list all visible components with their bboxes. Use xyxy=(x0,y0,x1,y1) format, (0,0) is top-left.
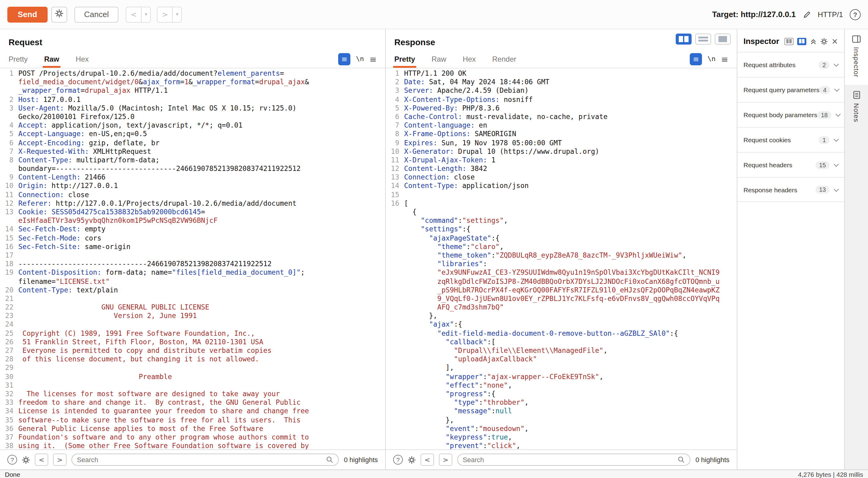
response-show-newlines-button[interactable]: \n xyxy=(708,55,716,63)
code-line: "uploadAjaxCallback" xyxy=(386,355,737,364)
layout-rows-button[interactable] xyxy=(695,34,711,44)
inspector-section-request-body-parameters[interactable]: Request body parameters18 xyxy=(737,102,844,127)
line-number: 8 xyxy=(386,130,404,139)
cancel-button[interactable]: Cancel xyxy=(74,6,119,22)
response-viewer[interactable]: 1HTTP/1.1 200 OK2Date: Sat, 04 May 2024 … xyxy=(386,68,737,449)
response-search-next-button[interactable]: > xyxy=(439,454,452,466)
request-editor[interactable]: 1POST /Projects/drupal-10.2.6/media/add/… xyxy=(0,68,385,449)
chevron-down-icon xyxy=(835,112,840,117)
response-prettify-button[interactable]: ≡ xyxy=(690,53,702,65)
main-area: Request PrettyRawHex ≡ \n ≡ 1POST /Proje… xyxy=(0,29,868,470)
code-line: 4X-Content-Type-Options: nosniff xyxy=(386,95,737,104)
line-number: 10 xyxy=(386,147,404,156)
request-tab-pretty[interactable]: Pretty xyxy=(8,50,28,68)
forward-dropdown-caret-icon[interactable]: ▾ xyxy=(173,6,182,22)
line-number: 3 xyxy=(0,104,18,113)
inspector-section-label: Response headers xyxy=(743,186,797,193)
code-line: 38using it. (Some other Free Software Fo… xyxy=(0,442,385,449)
http-version-selector[interactable]: HTTP/1 xyxy=(818,10,843,19)
layout-columns-button[interactable] xyxy=(676,34,691,44)
request-highlights-count: 0 highlights xyxy=(344,456,378,464)
code-line: 2Date: Sat, 04 May 2024 18:44:06 GMT xyxy=(386,78,737,87)
inspector-section-request-headers[interactable]: Request headers15 xyxy=(737,152,844,177)
line-number: 31 xyxy=(0,382,18,390)
help-icon[interactable]: ? xyxy=(850,9,861,20)
code-line: 32 The licenses for most software are de… xyxy=(0,390,385,399)
inspector-settings-gear-icon[interactable] xyxy=(820,37,828,45)
response-editor-menu-icon[interactable]: ≡ xyxy=(721,54,728,64)
request-tab-raw[interactable]: Raw xyxy=(44,50,59,68)
line-number: 34 xyxy=(0,408,18,416)
sidebar-tab-inspector[interactable]: Inspector xyxy=(845,29,868,85)
line-number xyxy=(0,78,18,87)
response-search-settings-gear-icon[interactable] xyxy=(408,456,416,464)
response-search-help-icon[interactable]: ? xyxy=(393,455,403,465)
inspector-section-response-headers[interactable]: Response headers13 xyxy=(737,177,844,202)
line-number: 15 xyxy=(386,191,404,199)
response-tab-hex[interactable]: Hex xyxy=(463,50,476,68)
request-show-newlines-button[interactable]: \n xyxy=(356,55,364,63)
response-tab-pretty[interactable]: Pretty xyxy=(394,50,415,68)
collapse-all-icon[interactable] xyxy=(810,38,817,44)
line-number xyxy=(386,277,404,286)
chevron-down-icon xyxy=(834,186,839,192)
request-search-next-button[interactable]: > xyxy=(53,454,66,466)
request-editor-menu-icon[interactable]: ≡ xyxy=(370,54,377,64)
line-number xyxy=(0,87,18,95)
send-button[interactable]: Send xyxy=(7,6,48,22)
code-line: "eJx9UNFuwzAI_CE3-YZ9SUUIWdmw8Qyu1n19nSp… xyxy=(386,269,737,277)
send-settings-button[interactable] xyxy=(51,6,67,22)
line-number xyxy=(0,277,18,286)
inspector-section-label: Request body parameters xyxy=(743,111,817,118)
line-number: 5 xyxy=(0,130,18,139)
request-search-settings-gear-icon[interactable] xyxy=(22,456,30,464)
inspector-view-toggle-active-icon[interactable] xyxy=(797,37,806,45)
inspector-view-toggle-icon[interactable] xyxy=(784,37,794,45)
line-number: 36 xyxy=(0,425,18,433)
code-line: 10X-Generator: Drupal 10 (https://www.dr… xyxy=(386,147,737,156)
code-line: 1HTTP/1.1 200 OK xyxy=(386,69,737,78)
line-number: 4 xyxy=(0,121,18,130)
inspector-section-label: Request attributes xyxy=(743,61,795,68)
history-forward-button[interactable]: > ▾ xyxy=(157,6,182,22)
inspector-section-count: 1 xyxy=(819,136,830,144)
sidebar-tab-notes[interactable]: Notes xyxy=(845,85,868,130)
line-number xyxy=(0,217,18,225)
edit-target-pencil-icon[interactable] xyxy=(802,10,811,19)
status-text: Done xyxy=(5,470,20,478)
code-line: 6Accept-Encoding: gzip, deflate, br xyxy=(0,139,385,147)
history-back-button[interactable]: < ▾ xyxy=(126,6,151,22)
back-dropdown-caret-icon[interactable]: ▾ xyxy=(142,6,151,22)
chevron-down-icon xyxy=(834,87,839,92)
layout-single-button[interactable] xyxy=(715,34,731,44)
line-number xyxy=(386,286,404,295)
request-prettify-button[interactable]: ≡ xyxy=(338,53,350,65)
request-search-input[interactable] xyxy=(77,456,326,464)
inspector-section-request-attributes[interactable]: Request attributes2 xyxy=(737,52,844,77)
code-line: zqRlkgDdlcFWZoISJP8-ZM40dBBQoOrbX7DYsLJ2… xyxy=(386,277,737,286)
inspector-section-label: Request query parameters xyxy=(743,86,819,93)
line-number: 12 xyxy=(386,165,404,173)
response-search-input[interactable] xyxy=(463,456,678,464)
response-search-bar: ? < > 0 highlights xyxy=(386,449,737,470)
line-number xyxy=(386,312,404,321)
code-line: "prevent":"click", xyxy=(386,442,737,449)
response-tab-raw[interactable]: Raw xyxy=(432,50,446,68)
back-arrow-icon: < xyxy=(126,6,142,22)
inspector-close-icon[interactable]: × xyxy=(831,37,838,46)
response-search-prev-button[interactable]: < xyxy=(421,454,434,466)
code-line: 30 Preamble xyxy=(0,373,385,381)
request-search-prev-button[interactable]: < xyxy=(35,454,48,466)
code-line: 13Cookie: SESS05d4275ca1538832b5ab92000b… xyxy=(0,208,385,217)
code-line: "wrapper":"ajax-wrapper--CFoEkE9TnSk", xyxy=(386,373,737,381)
sidebar-tab-inspector-label: Inspector xyxy=(853,47,860,78)
code-line: 11Connection: close xyxy=(0,191,385,199)
response-tab-render[interactable]: Render xyxy=(492,50,517,68)
line-number: 23 xyxy=(0,312,18,321)
request-tab-hex[interactable]: Hex xyxy=(76,50,89,68)
inspector-section-request-query-parameters[interactable]: Request query parameters4 xyxy=(737,77,844,102)
inspector-section-request-cookies[interactable]: Request cookies1 xyxy=(737,127,844,152)
line-number xyxy=(386,329,404,338)
line-number: 26 xyxy=(0,338,18,347)
request-search-help-icon[interactable]: ? xyxy=(7,455,17,465)
